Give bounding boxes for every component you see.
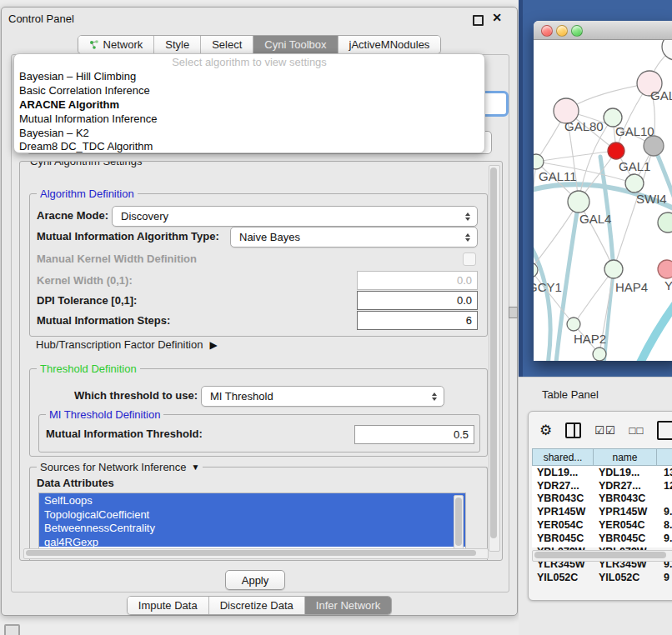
- kernel-width-label: Kernel Width (0,1):: [37, 274, 133, 287]
- settings-vertical-scrollbar[interactable]: [489, 165, 500, 552]
- network-node[interactable]: [625, 174, 644, 192]
- table-row[interactable]: YPR145WYPR145W9.: [532, 505, 672, 518]
- panel-splitter-grip[interactable]: [509, 307, 518, 318]
- network-node[interactable]: [658, 212, 672, 232]
- network-node[interactable]: [608, 142, 624, 159]
- algorithm-option[interactable]: Dream8 DC_TDC Algorithm: [19, 140, 153, 152]
- which-threshold-combobox[interactable]: MI Threshold: [201, 386, 444, 407]
- algorithm-option[interactable]: Bayesian – K2: [19, 127, 89, 139]
- column-header-name[interactable]: name: [593, 448, 656, 466]
- mi-threshold-definition-title: MI Threshold Definition: [46, 408, 163, 421]
- tab-infer-network[interactable]: Infer Network: [305, 597, 391, 614]
- network-node[interactable]: [604, 260, 623, 278]
- sources-title-row[interactable]: Sources for Network Inference ▼: [37, 461, 203, 473]
- which-threshold-value: MI Threshold: [210, 390, 432, 402]
- network-node[interactable]: [593, 348, 606, 361]
- node-label: GAL11: [539, 169, 577, 183]
- list-item[interactable]: gal4RGexp: [39, 535, 465, 549]
- gear-icon[interactable]: ⚙: [539, 422, 552, 439]
- network-node[interactable]: [568, 191, 589, 212]
- node-label: SWI4: [636, 192, 667, 206]
- table-row[interactable]: YER054CYER054C8.: [532, 518, 672, 532]
- network-edge: [566, 83, 649, 111]
- aracne-mode-combobox[interactable]: Discovery: [112, 206, 478, 227]
- algorithm-option[interactable]: Basic Correlation Inference: [19, 84, 150, 97]
- algorithm-option[interactable]: Bayesian – Hill Climbing: [19, 70, 136, 82]
- table-row[interactable]: YDR27...YDR27...12: [532, 479, 672, 492]
- list-vertical-scrollbar[interactable]: [454, 495, 464, 553]
- dpi-tolerance-label: DPI Tolerance [0,1]:: [37, 294, 137, 307]
- close-icon[interactable]: ✕: [492, 11, 502, 24]
- table-cell: YIL052C: [597, 572, 660, 583]
- manual-kernel-width-checkbox[interactable]: [463, 252, 476, 266]
- table-horizontal-scrollbar[interactable]: [532, 550, 672, 562]
- document-icon[interactable]: [657, 421, 672, 440]
- minimize-traffic-light[interactable]: [556, 25, 568, 37]
- tab-label: Impute Data: [138, 599, 198, 612]
- scrollbar-thumb[interactable]: [455, 498, 462, 546]
- list-item[interactable]: SelfLoops: [39, 493, 465, 508]
- table-row[interactable]: YBR045CYBR045C9.: [532, 532, 672, 545]
- network-node[interactable]: [567, 318, 580, 331]
- list-selection: SelfLoops TopologicalCoefficient Between…: [39, 493, 465, 547]
- table-cell: YDR27...: [597, 480, 660, 492]
- tab-network[interactable]: Network: [78, 36, 155, 53]
- network-canvas-area[interactable]: GALGAL80GAL10GAL1GAL11SWI4GAL4GCY1HAP4YH…: [534, 40, 672, 361]
- table-cell: YPR145W: [597, 506, 660, 518]
- select-all-checkboxes-icon[interactable]: ☑☑: [594, 424, 615, 437]
- tab-discretize-data[interactable]: Discretize Data: [209, 597, 305, 614]
- table-toolbar: ⚙ ☑☑ □□: [529, 412, 672, 448]
- network-node[interactable]: [644, 136, 664, 156]
- hub-definition-row[interactable]: Hub/Transcription Factor Definition ▶: [36, 338, 218, 351]
- tab-label: jActiveMNodules: [349, 38, 430, 51]
- table-cell: 9: [660, 572, 672, 583]
- list-item[interactable]: TopologicalCoefficient: [39, 508, 465, 522]
- table-body: YDL19...YDL19...13YDR27...YDR27...12YBR0…: [532, 466, 672, 548]
- tab-impute-data[interactable]: Impute Data: [128, 597, 209, 614]
- corner-grip-icon[interactable]: [4, 624, 20, 635]
- mi-type-combobox[interactable]: Naive Bayes: [230, 227, 478, 248]
- network-window-titlebar[interactable]: [534, 21, 672, 40]
- network-node[interactable]: [534, 154, 544, 169]
- table-row[interactable]: YDL19...YDL19...13: [532, 466, 672, 479]
- control-panel-titlebar[interactable]: Control Panel ✕: [2, 8, 517, 29]
- column-header-shared-name[interactable]: shared...: [532, 448, 593, 466]
- table-cell: YBR043C: [597, 492, 660, 504]
- dpi-tolerance-field[interactable]: 0.0: [357, 291, 478, 310]
- tab-style[interactable]: Style: [154, 36, 201, 53]
- column-header-partial[interactable]: [656, 448, 672, 466]
- tab-select[interactable]: Select: [201, 36, 253, 53]
- tab-jactivemnodules[interactable]: jActiveMNodules: [339, 36, 441, 53]
- mi-threshold-field[interactable]: 0.5: [354, 425, 474, 444]
- settings-horizontal-scrollbar[interactable]: [23, 548, 489, 559]
- table-row[interactable]: YBR043CYBR043C: [532, 492, 672, 506]
- kernel-width-field[interactable]: 0.0: [357, 271, 478, 290]
- list-item[interactable]: BetweennessCentrality: [39, 521, 465, 535]
- deselect-all-checkboxes-icon[interactable]: □□: [629, 424, 644, 437]
- aracne-mode-value: Discovery: [121, 210, 465, 222]
- data-attributes-label: Data Attributes: [37, 477, 114, 489]
- table-cell: YPR145W: [532, 506, 597, 518]
- collapse-down-icon[interactable]: ▼: [192, 462, 200, 472]
- mi-type-value: Naive Bayes: [239, 231, 465, 243]
- tab-cyni-toolbox[interactable]: Cyni Toolbox: [253, 36, 338, 53]
- network-node[interactable]: [658, 260, 672, 278]
- zoom-traffic-light[interactable]: [571, 25, 583, 37]
- algorithm-option[interactable]: Mutual Information Inference: [19, 112, 157, 125]
- restore-icon[interactable]: [473, 15, 484, 26]
- apply-button[interactable]: Apply: [225, 570, 285, 590]
- expand-right-icon[interactable]: ▶: [209, 339, 217, 351]
- table-panel-area: Table Panel ⚙ ☑☑ □□ shared... name YDL19…: [519, 377, 672, 635]
- scrollbar-thumb[interactable]: [490, 168, 497, 538]
- table-row[interactable]: YIL052CYIL052C9: [532, 571, 672, 584]
- scrollbar-thumb[interactable]: [534, 552, 666, 558]
- algorithm-option-selected[interactable]: ARACNE Algorithm: [19, 98, 119, 111]
- mi-steps-field[interactable]: 6: [357, 311, 478, 330]
- mi-threshold-label: Mutual Information Threshold:: [46, 428, 203, 440]
- table-panel: ⚙ ☑☑ □□ shared... name YDL19...YDL19...1…: [528, 411, 672, 601]
- columns-icon[interactable]: [565, 422, 581, 438]
- data-attributes-list[interactable]: SelfLoops TopologicalCoefficient Between…: [38, 492, 466, 556]
- scrollbar-thumb[interactable]: [26, 550, 476, 556]
- close-traffic-light[interactable]: [541, 25, 553, 37]
- network-canvas[interactable]: GALGAL80GAL10GAL1GAL11SWI4GAL4GCY1HAP4YH…: [534, 40, 672, 361]
